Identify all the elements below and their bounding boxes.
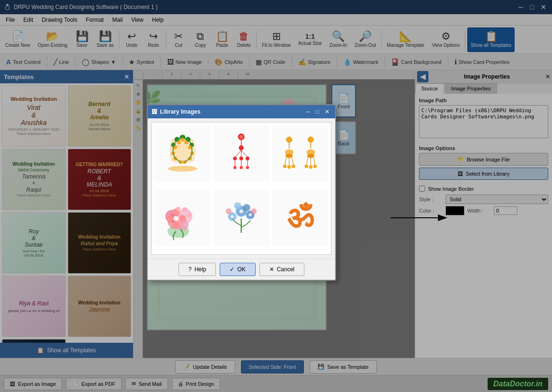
modal-title-text: Library Images — [160, 108, 200, 115]
modal-header: 🖼 Library Images ─ □ ✕ — [148, 105, 335, 118]
svg-point-34 — [233, 156, 237, 160]
earring-svg — [220, 132, 263, 176]
library-item-6[interactable]: ॐ — [272, 190, 328, 247]
svg-point-80 — [234, 202, 241, 209]
svg-point-56 — [307, 153, 314, 158]
svg-point-51 — [287, 165, 291, 169]
svg-point-71 — [173, 221, 180, 228]
svg-point-52 — [292, 164, 296, 168]
svg-point-69 — [166, 215, 173, 222]
svg-point-72 — [174, 216, 179, 221]
svg-point-10 — [188, 145, 192, 149]
svg-text:ॐ: ॐ — [287, 200, 315, 234]
help-button[interactable]: ? Help — [178, 263, 216, 276]
pointer-arrow — [391, 211, 447, 226]
library-images-modal: 🖼 Library Images ─ □ ✕ — [147, 104, 336, 281]
ok-label: OK — [237, 266, 245, 273]
modal-maximize[interactable]: □ — [314, 108, 321, 115]
svg-point-61 — [309, 165, 313, 169]
svg-point-85 — [226, 208, 231, 214]
garland-svg — [161, 132, 204, 176]
pink-flowers-svg — [161, 196, 204, 241]
om-symbol-svg: ॐ — [278, 196, 321, 241]
cancel-icon: ✕ — [269, 266, 274, 273]
svg-point-30 — [239, 145, 244, 150]
help-icon: ? — [188, 266, 192, 273]
svg-point-86 — [251, 208, 257, 214]
svg-point-28 — [240, 135, 243, 139]
svg-point-75 — [187, 213, 191, 217]
earrings-pair-svg — [278, 132, 321, 176]
svg-line-49 — [292, 158, 294, 165]
library-item-3[interactable] — [272, 125, 328, 182]
svg-point-36 — [246, 156, 249, 160]
modal-overlay: 🖼 Library Images ─ □ ✕ — [0, 0, 552, 392]
modal-title-icon: 🖼 — [151, 108, 157, 115]
svg-point-9 — [174, 145, 178, 149]
svg-point-83 — [231, 215, 234, 218]
modal-minimize[interactable]: ─ — [304, 108, 312, 115]
svg-point-62 — [313, 164, 317, 168]
svg-line-31 — [235, 150, 241, 157]
svg-point-73 — [182, 207, 187, 212]
svg-line-24 — [192, 145, 192, 153]
library-item-1[interactable] — [155, 125, 211, 182]
svg-line-33 — [241, 150, 248, 157]
modal-close-icon[interactable]: ✕ — [323, 108, 331, 115]
svg-point-46 — [286, 153, 293, 158]
svg-point-50 — [283, 164, 287, 168]
modal-footer: ? Help ✓ OK ✕ Cancel — [148, 258, 335, 280]
svg-point-8 — [185, 140, 188, 144]
cancel-label: Cancel — [277, 266, 294, 273]
svg-line-59 — [314, 158, 315, 165]
svg-point-70 — [179, 215, 187, 222]
modal-title: 🖼 Library Images — [151, 108, 200, 115]
svg-point-7 — [177, 140, 181, 144]
help-label: Help — [195, 266, 206, 273]
svg-line-19 — [173, 145, 174, 153]
ok-button[interactable]: ✓ OK — [220, 263, 255, 276]
blue-flowers-svg — [220, 196, 263, 241]
modal-body: ॐ — [148, 118, 335, 258]
svg-point-74 — [176, 206, 180, 211]
library-item-2[interactable] — [214, 125, 269, 182]
svg-line-47 — [285, 158, 286, 165]
svg-point-41 — [240, 166, 243, 169]
svg-point-53 — [308, 137, 314, 143]
svg-line-57 — [307, 158, 308, 165]
svg-point-42 — [246, 166, 249, 169]
cancel-button[interactable]: ✕ Cancel — [259, 263, 304, 276]
svg-point-43 — [286, 137, 292, 143]
svg-point-0 — [168, 166, 197, 171]
library-item-4[interactable] — [155, 190, 211, 247]
library-item-5[interactable] — [214, 190, 269, 247]
svg-point-81 — [243, 204, 250, 211]
svg-marker-89 — [438, 214, 447, 221]
svg-point-40 — [233, 166, 237, 169]
svg-point-35 — [240, 156, 243, 160]
ok-icon: ✓ — [230, 266, 234, 273]
svg-point-82 — [240, 209, 243, 213]
library-images-grid: ॐ — [151, 122, 331, 255]
modal-controls: ─ □ ✕ — [304, 108, 331, 115]
svg-point-60 — [305, 164, 309, 168]
svg-point-84 — [249, 213, 252, 216]
